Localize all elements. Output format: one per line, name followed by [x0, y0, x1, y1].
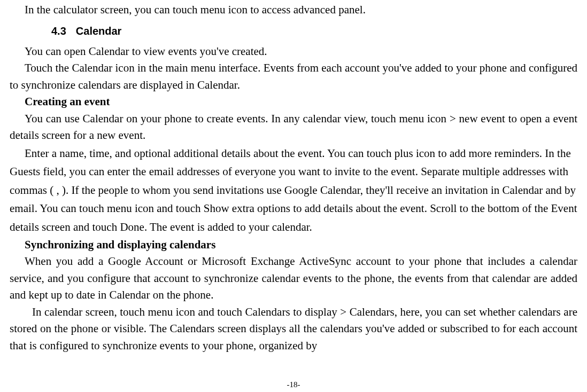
- section-title: Calendar: [76, 25, 122, 37]
- section-number: 4.3: [51, 25, 66, 37]
- paragraph-1: You can open Calendar to view events you…: [10, 43, 577, 60]
- subheading-sync: Synchronizing and displaying calendars: [10, 237, 577, 254]
- intro-paragraph: In the calculator screen, you can touch …: [10, 2, 577, 19]
- paragraph-3: You can use Calendar on your phone to cr…: [10, 111, 577, 144]
- paragraph-4: Enter a name, time, and optional additio…: [10, 144, 577, 237]
- paragraph-6: In calendar screen, touch menu icon and …: [10, 304, 577, 355]
- paragraph-2: Touch the Calendar icon in the main menu…: [10, 60, 577, 93]
- section-heading: 4.3Calendar: [51, 23, 577, 39]
- subheading-creating: Creating an event: [10, 93, 577, 111]
- paragraph-5: When you add a Google Account or Microso…: [10, 253, 577, 304]
- page-number: -18-: [0, 379, 587, 391]
